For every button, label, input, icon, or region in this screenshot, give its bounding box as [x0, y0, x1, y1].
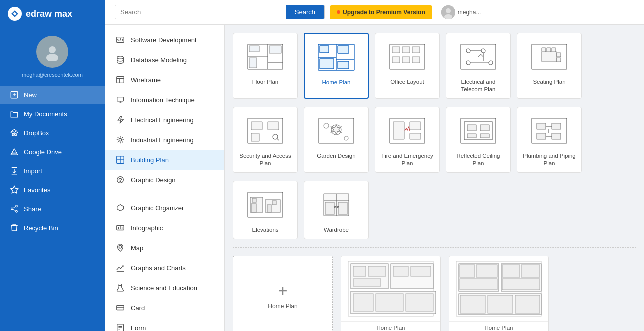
- svg-rect-78: [251, 122, 262, 130]
- cat-item-software-dev[interactable]: Software Development: [105, 30, 224, 50]
- svg-point-24: [117, 177, 124, 183]
- database-icon: [115, 54, 126, 65]
- industrial-icon: [115, 134, 126, 145]
- template-card-wardrobe[interactable]: Wardrobe: [304, 181, 369, 239]
- cat-item-infographic[interactable]: Infographic: [105, 218, 224, 238]
- section-divider: [233, 247, 636, 248]
- cat-item-graphic-organizer[interactable]: Graphic Organizer: [105, 198, 224, 218]
- cat-item-database[interactable]: Database Modeling: [105, 50, 224, 70]
- svg-rect-60: [402, 57, 410, 63]
- content: Software Development Database Modeling W…: [105, 25, 644, 331]
- cat-item-info-tech[interactable]: Information Technique: [105, 90, 224, 110]
- template-card-home-plan[interactable]: Home Plan: [304, 33, 369, 99]
- template-card-garden-design[interactable]: Garden Design: [304, 107, 369, 173]
- upgrade-button[interactable]: Upgrade to Premium Version: [330, 5, 432, 19]
- cat-item-wireframe[interactable]: Wireframe: [105, 70, 224, 90]
- svg-rect-101: [552, 133, 561, 139]
- template-card-elevations[interactable]: Elevations: [233, 181, 298, 239]
- svg-rect-123: [353, 279, 381, 286]
- fire-emergency-label: Fire and Emergency Plan: [379, 152, 435, 167]
- search-input[interactable]: [115, 5, 286, 19]
- sidebar-item-favorites[interactable]: Favorites: [0, 181, 105, 199]
- cat-label-building-plan: Building Plan: [131, 156, 169, 164]
- search-button[interactable]: Search: [286, 5, 324, 19]
- svg-point-15: [117, 56, 124, 59]
- svg-rect-79: [251, 133, 259, 141]
- new-blank-card[interactable]: + Home Plan: [233, 256, 333, 331]
- sidebar-item-favorites-label: Favorites: [24, 186, 50, 194]
- electrical-telecom-icon: [456, 39, 501, 74]
- logo-icon: [8, 7, 22, 21]
- thumbnail-card-2[interactable]: Home Plan: [449, 256, 549, 331]
- sidebar-item-my-documents[interactable]: My Documents: [0, 105, 105, 123]
- cat-item-map[interactable]: Map: [105, 238, 224, 258]
- cat-label-graphic-design: Graphic Design: [131, 176, 176, 184]
- cat-item-graphic-design[interactable]: Graphic Design: [105, 170, 224, 190]
- cat-item-card[interactable]: Card: [105, 298, 224, 318]
- svg-point-63: [466, 49, 470, 53]
- sidebar-item-my-documents-label: My Documents: [24, 110, 67, 118]
- svg-rect-75: [557, 53, 561, 57]
- svg-rect-46: [269, 46, 281, 53]
- electrical-telecom-label: Electrical and Telecom Plan: [450, 78, 506, 93]
- template-card-fire-emergency[interactable]: Fire and Emergency Plan: [375, 107, 440, 173]
- sidebar: edraw max megha@crescentek.com New My Do…: [0, 0, 105, 331]
- svg-rect-96: [480, 134, 489, 138]
- cat-item-industrial[interactable]: Industrial Engineering: [105, 130, 224, 150]
- cat-item-graphs-charts[interactable]: Graphs and Charts: [105, 258, 224, 278]
- office-layout-label: Office Layout: [390, 78, 424, 86]
- user-profile[interactable]: megha...: [441, 5, 481, 19]
- cat-item-science[interactable]: Science and Education: [105, 278, 224, 298]
- elevations-icon: [243, 187, 288, 222]
- svg-point-86: [344, 136, 348, 140]
- svg-rect-56: [392, 47, 400, 53]
- upgrade-dot: [337, 10, 340, 14]
- sidebar-item-recycle[interactable]: Recycle Bin: [0, 219, 105, 237]
- template-card-security-access[interactable]: Security and Access Plan: [233, 107, 298, 173]
- template-card-seating-plan[interactable]: Seating Plan: [517, 33, 582, 99]
- cat-item-form[interactable]: Form: [105, 318, 224, 331]
- sidebar-item-dropbox[interactable]: DropBox: [0, 124, 105, 142]
- wireframe-icon: [115, 74, 126, 85]
- template-card-electrical-telecom[interactable]: Electrical and Telecom Plan: [446, 33, 511, 99]
- svg-rect-89: [410, 122, 421, 130]
- sidebar-item-share[interactable]: Share: [0, 200, 105, 218]
- cat-item-electrical-eng[interactable]: Electrical Engineering: [105, 110, 224, 130]
- svg-rect-133: [460, 265, 475, 277]
- template-card-floor-plan[interactable]: Floor Plan: [233, 33, 298, 99]
- cat-label-electrical-eng: Electrical Engineering: [131, 116, 194, 124]
- cat-label-software-dev: Software Development: [131, 36, 197, 44]
- sidebar-item-new[interactable]: New: [0, 86, 105, 104]
- main-area: Search Upgrade to Premium Version megha.…: [105, 0, 644, 331]
- svg-rect-130: [406, 294, 433, 311]
- cat-label-science: Science and Education: [131, 284, 197, 292]
- template-grid-row2: Security and Access Plan Garden Design: [233, 107, 636, 173]
- cat-label-graphs-charts: Graphs and Charts: [131, 264, 186, 272]
- svg-point-117: [334, 206, 336, 207]
- svg-rect-137: [502, 265, 520, 277]
- thumbnail-label-1: Home Plan: [341, 321, 440, 331]
- svg-rect-90: [410, 133, 421, 139]
- sidebar-item-import[interactable]: Import: [0, 162, 105, 180]
- svg-rect-80: [268, 122, 279, 130]
- svg-point-1: [46, 54, 58, 61]
- security-access-icon: [243, 113, 288, 148]
- avatar: [36, 36, 68, 68]
- template-card-reflected-ceiling[interactable]: Reflected Ceiling Plan: [446, 107, 511, 173]
- sidebar-item-google-drive[interactable]: Google Drive: [0, 143, 105, 161]
- svg-rect-142: [488, 295, 513, 313]
- template-card-plumbing-piping[interactable]: Plumbing and Piping Plan: [517, 107, 582, 173]
- svg-rect-59: [392, 57, 400, 63]
- card-icon: [115, 302, 126, 313]
- template-card-office-layout[interactable]: Office Layout: [375, 33, 440, 99]
- template-area: Floor Plan: [225, 25, 644, 331]
- cat-label-map: Map: [131, 244, 143, 252]
- svg-rect-93: [467, 125, 476, 131]
- sidebar-item-dropbox-label: DropBox: [24, 129, 49, 137]
- new-plus-icon: +: [278, 283, 288, 299]
- svg-rect-88: [393, 122, 404, 139]
- wardrobe-icon: [314, 187, 359, 222]
- electrical-eng-icon: [115, 114, 126, 125]
- cat-item-building-plan[interactable]: Building Plan: [105, 150, 224, 170]
- thumbnail-card-1[interactable]: Home Plan: [341, 256, 441, 331]
